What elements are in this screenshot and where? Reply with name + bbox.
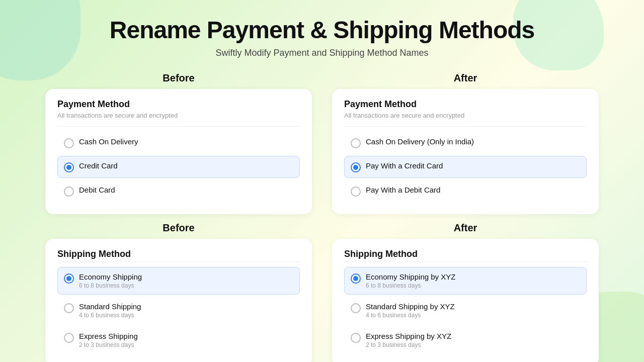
payment-after-section: After Payment Method All transactions ar… [332,72,599,214]
radio-text-group: Pay With a Credit Card [366,161,443,170]
payment-before-label: Before [45,72,312,84]
radio-filled-icon [351,274,361,284]
radio-label: Pay With a Debit Card [366,186,440,194]
radio-empty-icon [351,187,361,197]
radio-item[interactable]: Pay With a Credit Card [344,156,587,178]
radio-item[interactable]: Economy Shipping6 to 8 business days [57,267,300,295]
radio-filled-icon [351,162,361,172]
radio-empty-icon [351,138,361,148]
shipping-before-card: Shipping Method Economy Shipping6 to 8 b… [45,239,312,362]
payment-before-options: Cash On DeliveryCredit CardDebit Card [57,132,300,202]
page-container: Rename Payment & Shipping Methods Swiftl… [0,0,644,362]
shipping-after-options: Economy Shipping by XYZ6 to 8 business d… [344,267,587,354]
payment-after-card-title: Payment Method [344,99,587,110]
shipping-before-section: Before Shipping Method Economy Shipping6… [45,222,312,362]
payment-after-card-subtitle: All transactions are secure and encrypte… [344,112,587,119]
radio-label: Economy Shipping [79,273,142,281]
radio-text-group: Debit Card [79,186,115,194]
radio-text-group: Standard Shipping by XYZ4 to 6 business … [366,302,455,319]
radio-label: Express Shipping by XYZ [366,332,451,340]
radio-empty-icon [64,303,74,313]
radio-filled-icon [64,162,74,172]
radio-sublabel: 2 to 3 business days [366,341,451,348]
radio-label: Standard Shipping by XYZ [366,302,455,311]
radio-empty-icon [64,138,74,148]
radio-text-group: Cash On Delivery [79,137,138,146]
shipping-after-card: Shipping Method Economy Shipping by XYZ6… [332,239,599,362]
shipping-after-section: After Shipping Method Economy Shipping b… [332,222,599,362]
radio-text-group: Economy Shipping6 to 8 business days [79,273,142,289]
radio-text-group: Express Shipping by XYZ2 to 3 business d… [366,332,451,348]
radio-text-group: Credit Card [79,161,118,170]
radio-label: Economy Shipping by XYZ [366,273,455,281]
radio-text-group: Pay With a Debit Card [366,186,440,194]
radio-label: Credit Card [79,161,118,170]
radio-item[interactable]: Economy Shipping by XYZ6 to 8 business d… [344,267,587,295]
page-title: Rename Payment & Shipping Methods [110,16,534,44]
radio-sublabel: 4 to 6 business days [366,312,455,319]
radio-text-group: Express Shipping2 to 3 business days [79,332,138,348]
radio-item[interactable]: Pay With a Debit Card [344,180,587,202]
payment-after-divider [344,126,587,127]
radio-label: Pay With a Credit Card [366,161,443,170]
payment-after-options: Cash On Delivery (Only in India)Pay With… [344,132,587,202]
radio-text-group: Cash On Delivery (Only in India) [366,137,474,146]
radio-label: Cash On Delivery [79,137,138,146]
payment-before-card-title: Payment Method [57,99,300,110]
radio-empty-icon [351,303,361,313]
radio-label: Cash On Delivery (Only in India) [366,137,474,146]
radio-item[interactable]: Express Shipping by XYZ2 to 3 business d… [344,326,587,354]
shipping-before-options: Economy Shipping6 to 8 business daysStan… [57,267,300,354]
payment-before-divider [57,126,300,127]
radio-label: Express Shipping [79,332,138,340]
page-subtitle: Swiftly Modify Payment and Shipping Meth… [215,48,428,58]
radio-text-group: Economy Shipping by XYZ6 to 8 business d… [366,273,455,289]
radio-sublabel: 6 to 8 business days [366,282,455,289]
payment-before-section: Before Payment Method All transactions a… [45,72,312,214]
radio-sublabel: 2 to 3 business days [79,341,138,348]
shipping-after-divider [344,261,587,262]
payment-before-card-subtitle: All transactions are secure and encrypte… [57,112,300,119]
shipping-before-divider [57,261,300,262]
sections-grid: Before Payment Method All transactions a… [45,72,599,362]
radio-text-group: Standard Shipping4 to 6 business days [79,302,141,319]
radio-sublabel: 6 to 8 business days [79,282,142,289]
payment-after-card: Payment Method All transactions are secu… [332,89,599,214]
shipping-after-label: After [332,222,599,234]
radio-label: Debit Card [79,186,115,194]
radio-item[interactable]: Cash On Delivery [57,132,300,154]
radio-empty-icon [351,333,361,343]
shipping-before-label: Before [45,222,312,234]
payment-after-label: After [332,72,599,84]
payment-before-card: Payment Method All transactions are secu… [45,89,312,214]
radio-item[interactable]: Standard Shipping4 to 6 business days [57,297,300,324]
radio-sublabel: 4 to 6 business days [79,312,141,319]
radio-item[interactable]: Debit Card [57,180,300,202]
radio-item[interactable]: Express Shipping2 to 3 business days [57,326,300,354]
radio-item[interactable]: Cash On Delivery (Only in India) [344,132,587,154]
radio-empty-icon [64,187,74,197]
radio-empty-icon [64,333,74,343]
shipping-after-card-title: Shipping Method [344,249,587,259]
radio-filled-icon [64,274,74,284]
shipping-before-card-title: Shipping Method [57,249,300,259]
radio-label: Standard Shipping [79,302,141,311]
radio-item[interactable]: Standard Shipping by XYZ4 to 6 business … [344,297,587,324]
radio-item[interactable]: Credit Card [57,156,300,178]
